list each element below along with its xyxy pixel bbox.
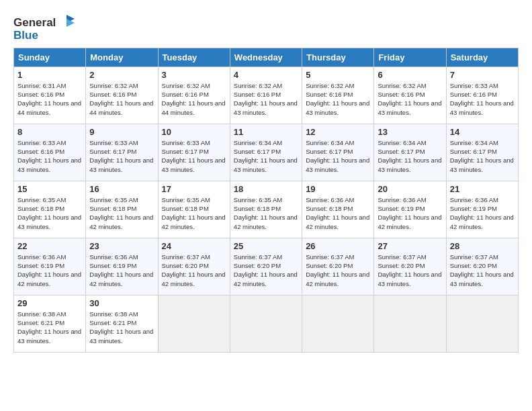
col-header-tuesday: Tuesday: [158, 48, 230, 66]
daylight-label: Daylight: 11 hours and 43 minutes.: [306, 156, 369, 173]
sunset-label: Sunset: 6:16 PM: [378, 91, 425, 98]
sunrise-label: Sunrise: 6:35 AM: [234, 196, 282, 203]
sunset-label: Sunset: 6:21 PM: [89, 319, 136, 326]
col-header-sunday: Sunday: [14, 48, 86, 66]
day-number: 3: [162, 70, 226, 80]
col-header-saturday: Saturday: [446, 48, 518, 66]
sunrise-label: Sunrise: 6:32 AM: [89, 82, 138, 89]
day-cell: [158, 295, 230, 352]
day-number: 19: [306, 184, 370, 194]
daylight-label: Daylight: 11 hours and 43 minutes.: [17, 214, 81, 230]
daylight-label: Daylight: 11 hours and 42 minutes.: [234, 271, 298, 287]
sunrise-label: Sunrise: 6:38 AM: [89, 310, 138, 318]
week-row-4: 22 Sunrise: 6:36 AM Sunset: 6:19 PM Dayl…: [14, 238, 519, 295]
sunrise-label: Sunrise: 6:36 AM: [378, 196, 426, 203]
col-header-wednesday: Wednesday: [230, 48, 302, 66]
sunrise-label: Sunrise: 6:33 AM: [450, 82, 498, 89]
sunset-label: Sunset: 6:20 PM: [162, 262, 209, 269]
day-info: Sunrise: 6:34 AM Sunset: 6:17 PM Dayligh…: [306, 138, 370, 174]
sunset-label: Sunset: 6:21 PM: [17, 319, 64, 326]
day-info: Sunrise: 6:37 AM Sunset: 6:20 PM Dayligh…: [306, 253, 370, 288]
day-cell: [446, 295, 518, 352]
day-cell: 8 Sunrise: 6:33 AM Sunset: 6:16 PM Dayli…: [14, 124, 86, 181]
sunrise-label: Sunrise: 6:35 AM: [17, 196, 66, 203]
daylight-label: Daylight: 11 hours and 44 minutes.: [17, 99, 81, 116]
day-cell: 6 Sunrise: 6:32 AM Sunset: 6:16 PM Dayli…: [374, 66, 446, 124]
day-cell: 17 Sunrise: 6:35 AM Sunset: 6:18 PM Dayl…: [158, 181, 230, 238]
day-info: Sunrise: 6:36 AM Sunset: 6:19 PM Dayligh…: [378, 195, 442, 231]
daylight-label: Daylight: 11 hours and 43 minutes.: [17, 156, 81, 173]
sunrise-label: Sunrise: 6:36 AM: [89, 253, 138, 261]
day-number: 10: [162, 127, 226, 137]
day-number: 30: [89, 298, 154, 308]
day-number: 9: [89, 127, 154, 137]
sunset-label: Sunset: 6:19 PM: [89, 262, 136, 269]
day-info: Sunrise: 6:33 AM Sunset: 6:17 PM Dayligh…: [89, 138, 154, 174]
sunset-label: Sunset: 6:16 PM: [17, 148, 64, 155]
sunrise-label: Sunrise: 6:37 AM: [234, 253, 282, 261]
day-info: Sunrise: 6:32 AM Sunset: 6:16 PM Dayligh…: [234, 81, 298, 117]
day-info: Sunrise: 6:36 AM Sunset: 6:18 PM Dayligh…: [306, 195, 370, 231]
sunrise-label: Sunrise: 6:33 AM: [162, 139, 210, 146]
daylight-label: Daylight: 11 hours and 43 minutes.: [17, 328, 81, 344]
sunrise-label: Sunrise: 6:32 AM: [162, 82, 210, 89]
day-number: 26: [306, 241, 370, 251]
daylight-label: Daylight: 11 hours and 43 minutes.: [89, 156, 153, 173]
day-info: Sunrise: 6:33 AM Sunset: 6:16 PM Dayligh…: [450, 81, 515, 117]
day-number: 17: [162, 184, 226, 194]
day-info: Sunrise: 6:34 AM Sunset: 6:17 PM Dayligh…: [450, 138, 515, 174]
day-number: 29: [17, 298, 82, 308]
sunset-label: Sunset: 6:20 PM: [450, 262, 497, 269]
day-info: Sunrise: 6:32 AM Sunset: 6:16 PM Dayligh…: [378, 81, 442, 117]
daylight-label: Daylight: 11 hours and 42 minutes.: [89, 214, 153, 230]
col-header-friday: Friday: [374, 48, 446, 66]
sunset-label: Sunset: 6:18 PM: [234, 205, 281, 212]
week-row-2: 8 Sunrise: 6:33 AM Sunset: 6:16 PM Dayli…: [14, 124, 519, 181]
calendar-table: SundayMondayTuesdayWednesdayThursdayFrid…: [13, 48, 519, 353]
day-cell: [302, 295, 374, 352]
sunset-label: Sunset: 6:19 PM: [17, 262, 64, 269]
daylight-label: Daylight: 11 hours and 42 minutes.: [17, 271, 81, 287]
day-info: Sunrise: 6:35 AM Sunset: 6:18 PM Dayligh…: [234, 195, 298, 231]
day-number: 24: [162, 241, 226, 251]
day-number: 22: [17, 241, 82, 251]
daylight-label: Daylight: 11 hours and 43 minutes.: [234, 99, 298, 116]
sunrise-label: Sunrise: 6:34 AM: [234, 139, 282, 146]
daylight-label: Daylight: 11 hours and 42 minutes.: [162, 214, 226, 230]
day-cell: 27 Sunrise: 6:37 AM Sunset: 6:20 PM Dayl…: [374, 238, 446, 295]
daylight-label: Daylight: 11 hours and 44 minutes.: [89, 99, 153, 116]
day-number: 25: [234, 241, 298, 251]
daylight-label: Daylight: 11 hours and 43 minutes.: [306, 99, 369, 116]
day-cell: 22 Sunrise: 6:36 AM Sunset: 6:19 PM Dayl…: [14, 238, 86, 295]
day-info: Sunrise: 6:37 AM Sunset: 6:20 PM Dayligh…: [162, 253, 226, 288]
day-info: Sunrise: 6:31 AM Sunset: 6:16 PM Dayligh…: [17, 81, 82, 117]
day-info: Sunrise: 6:34 AM Sunset: 6:17 PM Dayligh…: [378, 138, 442, 174]
daylight-label: Daylight: 11 hours and 42 minutes.: [306, 214, 369, 230]
sunset-label: Sunset: 6:18 PM: [89, 205, 136, 212]
day-cell: 28 Sunrise: 6:37 AM Sunset: 6:20 PM Dayl…: [446, 238, 518, 295]
sunrise-label: Sunrise: 6:32 AM: [306, 82, 354, 89]
sunset-label: Sunset: 6:20 PM: [378, 262, 425, 269]
logo: General Blue: [13, 13, 76, 42]
day-cell: 7 Sunrise: 6:33 AM Sunset: 6:16 PM Dayli…: [446, 66, 518, 124]
sunrise-label: Sunrise: 6:32 AM: [378, 82, 426, 89]
daylight-label: Daylight: 11 hours and 43 minutes.: [378, 271, 441, 287]
sunset-label: Sunset: 6:17 PM: [89, 148, 136, 155]
sunset-label: Sunset: 6:16 PM: [234, 91, 281, 98]
sunrise-label: Sunrise: 6:36 AM: [17, 253, 66, 261]
day-cell: [374, 295, 446, 352]
day-number: 28: [450, 241, 515, 251]
week-row-1: 1 Sunrise: 6:31 AM Sunset: 6:16 PM Dayli…: [14, 66, 519, 124]
day-info: Sunrise: 6:32 AM Sunset: 6:16 PM Dayligh…: [162, 81, 226, 117]
day-number: 27: [378, 241, 442, 251]
sunrise-label: Sunrise: 6:37 AM: [162, 253, 210, 261]
sunset-label: Sunset: 6:16 PM: [89, 91, 136, 98]
day-number: 16: [89, 184, 154, 194]
header: General Blue: [13, 13, 519, 42]
day-info: Sunrise: 6:34 AM Sunset: 6:17 PM Dayligh…: [234, 138, 298, 174]
sunset-label: Sunset: 6:18 PM: [306, 205, 353, 212]
day-cell: 4 Sunrise: 6:32 AM Sunset: 6:16 PM Dayli…: [230, 66, 302, 124]
day-cell: 30 Sunrise: 6:38 AM Sunset: 6:21 PM Dayl…: [86, 295, 158, 352]
day-cell: 16 Sunrise: 6:35 AM Sunset: 6:18 PM Dayl…: [86, 181, 158, 238]
daylight-label: Daylight: 11 hours and 43 minutes.: [378, 99, 441, 116]
